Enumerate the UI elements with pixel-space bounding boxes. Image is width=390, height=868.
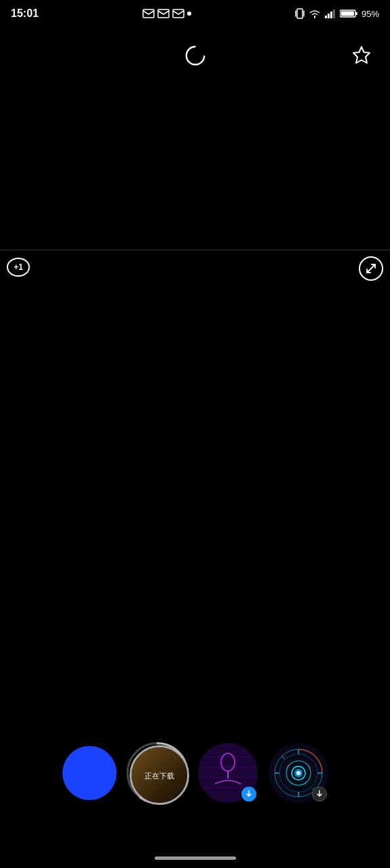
downloading-thumb[interactable]: 正在下载: [128, 743, 187, 803]
notification-icon-1: [142, 9, 155, 18]
svg-point-40: [296, 771, 300, 775]
star-icon: [351, 45, 372, 66]
dot-indicator: [187, 12, 191, 16]
svg-rect-0: [143, 9, 154, 18]
status-time: 15:01: [11, 7, 39, 20]
svg-rect-11: [355, 12, 357, 15]
signal-icon: [325, 9, 336, 18]
main-area-bottom: [0, 250, 390, 753]
svg-rect-2: [173, 9, 184, 18]
svg-rect-7: [328, 14, 330, 18]
divider: [0, 250, 390, 250]
system-status-icons: 95%: [295, 7, 379, 20]
neon-woman-thumb[interactable]: [198, 743, 258, 803]
svg-rect-3: [297, 9, 303, 18]
download-icon-2: [315, 790, 324, 798]
download-icon: [245, 790, 253, 798]
notification-icon-3: [172, 9, 184, 18]
downloading-label: 正在下载: [144, 772, 174, 780]
status-notification-icons: [142, 9, 191, 18]
svg-point-13: [186, 47, 203, 64]
svg-rect-9: [333, 9, 335, 18]
notification-icon-2: [157, 9, 170, 18]
status-bar: 15:01: [0, 0, 390, 27]
refresh-button[interactable]: [180, 41, 210, 71]
wifi-icon: [309, 9, 321, 18]
plus-one-badge[interactable]: +1: [7, 258, 30, 277]
top-controls: [0, 34, 390, 77]
battery-icon: [340, 9, 357, 18]
expand-button[interactable]: [359, 256, 383, 281]
favorite-button[interactable]: [347, 41, 376, 71]
expand-icon: [366, 263, 376, 274]
home-indicator: [155, 856, 236, 860]
battery-percentage: 95%: [362, 9, 379, 19]
svg-rect-12: [340, 12, 354, 16]
tech-thumb[interactable]: [269, 743, 328, 803]
thumbnail-strip: 正在下载: [0, 732, 390, 814]
svg-rect-1: [158, 9, 169, 18]
svg-rect-8: [330, 12, 332, 18]
neon-woman-download-badge[interactable]: [241, 787, 256, 802]
svg-rect-6: [325, 16, 327, 18]
vibrate-icon: [295, 7, 305, 20]
blue-circle-thumb[interactable]: [62, 746, 117, 800]
tech-download-badge[interactable]: [312, 787, 327, 802]
refresh-icon: [184, 44, 207, 67]
